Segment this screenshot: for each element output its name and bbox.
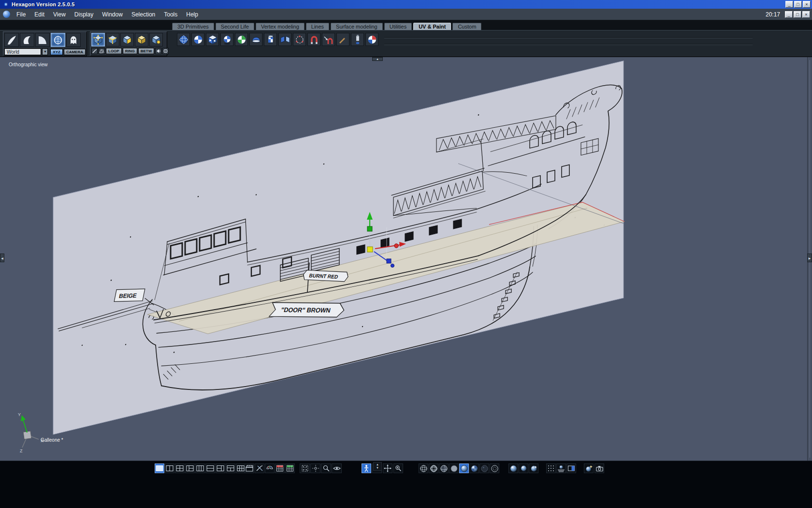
camera-mode-button[interactable]: CAMERA <box>64 49 86 55</box>
select-faces-button[interactable] <box>120 33 134 46</box>
menu-selection[interactable]: Selection <box>127 11 160 18</box>
edge-pencil-button[interactable] <box>91 48 98 54</box>
walk-mode-button[interactable] <box>362 463 371 473</box>
select-edges-button[interactable] <box>106 33 119 46</box>
lit-sphere-button[interactable] <box>508 463 518 473</box>
wireframe-sphere-button[interactable] <box>419 463 428 473</box>
layout-three-column-button[interactable] <box>195 463 205 473</box>
magnet-tool-button[interactable] <box>307 33 320 46</box>
uv-checker-sphere-button[interactable] <box>191 33 204 46</box>
gizmo-z-arrow[interactable] <box>391 264 394 267</box>
palette-button[interactable] <box>265 463 275 473</box>
menu-display[interactable]: Display <box>70 11 98 18</box>
gizmo-x-handle[interactable] <box>394 244 398 248</box>
tab-uv-paint[interactable]: UV & Paint <box>413 23 451 30</box>
layout-top-split-button[interactable] <box>226 463 235 473</box>
xray-sphere-button[interactable] <box>490 463 499 473</box>
smooth-sphere-button[interactable] <box>459 463 469 473</box>
layout-two-horizontal-button[interactable] <box>205 463 215 473</box>
dark-sphere-button[interactable] <box>479 463 489 473</box>
lit-sphere-shadow-button[interactable] <box>519 463 528 473</box>
select-object-button[interactable] <box>135 33 148 46</box>
menu-help[interactable]: Help <box>182 11 203 18</box>
child-minimize-button[interactable]: _ <box>785 11 793 18</box>
floor-grid-button[interactable] <box>556 463 566 473</box>
minimize-button[interactable]: _ <box>785 1 793 8</box>
curve-tool-button[interactable] <box>20 33 34 47</box>
magnet-move-button[interactable] <box>322 33 335 46</box>
menu-tools[interactable]: Tools <box>160 11 182 18</box>
blueprint-plane[interactable] <box>53 61 624 434</box>
select-points-button[interactable] <box>91 33 105 46</box>
uv-unfold-button[interactable] <box>278 33 291 46</box>
menu-view[interactable]: View <box>49 11 70 18</box>
uv-cylindrical-mapping-button[interactable] <box>264 33 277 46</box>
layout-right-split-button[interactable] <box>216 463 225 473</box>
child-close-button[interactable]: × <box>802 11 810 18</box>
gizmo-center-handle[interactable] <box>367 247 373 252</box>
grid-points-button[interactable] <box>546 463 556 473</box>
lit-sphere-star-button[interactable] <box>529 463 538 473</box>
uv-grid-red-button[interactable] <box>275 463 285 473</box>
dropdown-arrow-icon[interactable]: ▼ <box>42 48 48 55</box>
uv-cubic-mapping-button[interactable] <box>206 33 219 46</box>
clapperboard-button[interactable] <box>245 463 254 473</box>
loop-button[interactable]: LOOP <box>106 48 122 54</box>
arc-tool-button[interactable] <box>35 33 50 47</box>
layout-grid-button[interactable] <box>236 463 246 473</box>
soft-selection-button[interactable] <box>149 33 163 46</box>
ring-button[interactable]: RING <box>123 48 137 54</box>
hiddenline-sphere-button[interactable] <box>439 463 449 473</box>
sphere-manipulator-button[interactable] <box>51 33 65 47</box>
pan-button[interactable] <box>383 463 392 473</box>
pen-tool-button[interactable] <box>4 33 19 47</box>
3d-viewport[interactable]: BEIGE BURNT RED "DOOR" BROWN <box>0 57 812 461</box>
tab-surface-modeling[interactable]: Surface modeling <box>331 23 383 30</box>
gizmo-y-handle[interactable] <box>367 226 372 231</box>
uv-pin-button[interactable] <box>293 33 306 46</box>
collapse-top-handle[interactable]: ▲ <box>372 57 383 61</box>
eye-button[interactable] <box>332 463 342 473</box>
select-visible-button[interactable] <box>162 48 169 54</box>
render-button[interactable] <box>584 463 594 473</box>
menu-file[interactable]: File <box>12 11 30 18</box>
working-space-select[interactable]: World <box>4 48 41 55</box>
menu-edit[interactable]: Edit <box>30 11 49 18</box>
layout-four-button[interactable] <box>175 463 185 473</box>
crossed-pens-button[interactable] <box>255 463 264 473</box>
between-button[interactable]: BETW <box>138 48 155 54</box>
uv-spherical-mapping-button[interactable] <box>177 33 190 46</box>
collapse-bottom-handle[interactable]: ▲ ▼ <box>373 462 382 471</box>
dolly-zoom-button[interactable] <box>393 463 403 473</box>
tab-lines[interactable]: Lines <box>306 23 329 30</box>
maximize-button[interactable]: □ <box>794 1 802 8</box>
tab-vertex-modeling[interactable]: Vertex modeling <box>256 23 304 30</box>
ghost-tool-button[interactable] <box>66 33 81 47</box>
textured-sphere-button[interactable] <box>469 463 479 473</box>
title-bar[interactable]: ✷ Hexagon Version 2.5.0.5 _ □ × <box>0 0 812 9</box>
child-restore-button[interactable]: □ <box>794 11 801 18</box>
xyz-mode-button[interactable]: XYZ <box>50 49 63 55</box>
layout-two-vertical-button[interactable] <box>165 463 174 473</box>
split-panes-button[interactable] <box>566 463 576 473</box>
collapse-left-handle[interactable]: ◀ <box>0 254 4 262</box>
edge-split-button[interactable] <box>99 48 105 54</box>
menu-window[interactable]: Window <box>98 11 127 18</box>
paint-brush-button[interactable] <box>336 33 349 46</box>
uv-shadow-sphere-button[interactable] <box>220 33 233 46</box>
paint-tube-button[interactable] <box>351 33 364 46</box>
layout-single-button[interactable] <box>155 463 164 473</box>
uv-green-sphere-button[interactable] <box>235 33 248 46</box>
uv-hemisphere-button[interactable] <box>249 33 262 46</box>
wireframe-dense-sphere-button[interactable] <box>429 463 438 473</box>
collapse-right-handle[interactable]: ▶ <box>807 254 812 262</box>
tab-second-life[interactable]: Second Life <box>216 23 254 30</box>
tab-3d-primitives[interactable]: 3D Primitives <box>172 23 214 30</box>
tab-utilities[interactable]: Utilities <box>384 23 412 30</box>
layout-left-split-button[interactable] <box>185 463 195 473</box>
grow-selection-button[interactable] <box>155 48 161 54</box>
uv-grid-green-button[interactable] <box>285 463 295 473</box>
close-button[interactable]: × <box>803 1 811 8</box>
tab-custom[interactable]: Custom <box>452 23 481 30</box>
gizmo-z-handle[interactable] <box>387 259 391 263</box>
